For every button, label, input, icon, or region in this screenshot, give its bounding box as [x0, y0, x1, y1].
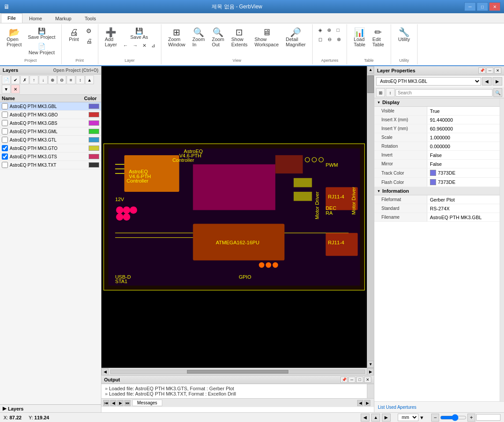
output-scroll-left[interactable]: ◀: [357, 400, 363, 406]
load-table-button[interactable]: 📊 LoadTable: [351, 26, 368, 49]
output-next-button[interactable]: ▶: [117, 400, 123, 406]
layer-tool-7[interactable]: ⊖: [57, 75, 66, 84]
tab-home[interactable]: Home: [22, 14, 49, 23]
layer-checkbox[interactable]: [2, 153, 8, 160]
zoom-slider[interactable]: [440, 414, 467, 421]
right-close-button[interactable]: ✕: [494, 67, 501, 74]
props-tool-sort[interactable]: ⊞: [376, 88, 385, 97]
layer-tool-8[interactable]: ≡: [67, 75, 75, 84]
close-button[interactable]: ✕: [489, 2, 500, 11]
nav-left-button[interactable]: ◀: [361, 414, 370, 422]
layer-tool-11[interactable]: ▼: [2, 85, 11, 93]
expand-button[interactable]: ⊿: [149, 41, 157, 50]
output-pin-button[interactable]: 📌: [340, 377, 347, 383]
layer-tool-4[interactable]: ↑: [30, 75, 38, 84]
scroll-up-button[interactable]: ▲: [367, 66, 374, 73]
scroll-left-button[interactable]: ◀: [101, 368, 108, 375]
edit-table-button[interactable]: ✏ EditTable: [370, 26, 387, 49]
delete-layer-button[interactable]: ✕: [140, 41, 149, 50]
scroll-right-button[interactable]: ▶: [367, 368, 374, 375]
right-pin-button[interactable]: 📌: [478, 67, 485, 74]
print-button[interactable]: 🖨 Print: [65, 26, 83, 46]
layer-row[interactable]: AstroEQ PTH MK3.GML: [0, 127, 101, 136]
canvas-horizontal-scrollbar[interactable]: ◀ ▶: [101, 368, 374, 375]
display-section-header[interactable]: ▼Display: [374, 98, 500, 107]
restore-button[interactable]: □: [477, 2, 488, 11]
right-minimize-button[interactable]: ─: [486, 67, 493, 74]
layer-row[interactable]: AstroEQ PTH MK3.GBO: [0, 111, 101, 119]
layer-checkbox[interactable]: [2, 162, 8, 168]
layer-row[interactable]: AstroEQ PTH MK3.GTO: [0, 144, 101, 153]
layer-tool-10[interactable]: ▲: [85, 75, 94, 84]
output-close-button[interactable]: ✕: [364, 377, 371, 383]
layer-tool-6[interactable]: ⊕: [48, 75, 57, 84]
tab-file[interactable]: File: [1, 13, 22, 23]
aperture-btn-5[interactable]: ⊖: [325, 35, 334, 44]
zoom-out-small-button[interactable]: −: [431, 414, 439, 422]
messages-tab[interactable]: Messages: [132, 400, 162, 406]
new-project-button[interactable]: 📄 New Project: [26, 41, 57, 56]
open-project-button[interactable]: 📂 OpenProject: [4, 26, 25, 56]
save-project-button[interactable]: 💾 Save Project: [26, 26, 57, 41]
utility-button[interactable]: 🔧 Utility: [395, 26, 413, 44]
search-input[interactable]: [396, 89, 493, 97]
layer-row[interactable]: AstroEQ PTH MK3.TXT: [0, 161, 101, 169]
zoom-in-small-button[interactable]: +: [467, 414, 475, 422]
v-scroll-track[interactable]: [367, 73, 374, 361]
layer-tool-9[interactable]: ↕: [76, 75, 85, 84]
tab-tools[interactable]: Tools: [78, 14, 103, 23]
layer-checkbox[interactable]: [2, 120, 8, 126]
zoom-out-button[interactable]: 🔍 ZoomOut: [209, 26, 227, 49]
layer-tool-3[interactable]: ✗: [20, 75, 29, 84]
props-tool-az[interactable]: ↕: [386, 88, 395, 97]
settings-button[interactable]: ⚙: [84, 26, 94, 36]
zoom-window-button[interactable]: ⊞ ZoomWindow: [165, 26, 188, 49]
layer-checkbox[interactable]: [2, 112, 8, 118]
arrow-left-button[interactable]: ←: [121, 41, 130, 50]
layer-checkbox[interactable]: [2, 103, 8, 109]
layer-checkbox[interactable]: [2, 145, 8, 151]
props-scrollbar[interactable]: [500, 98, 504, 401]
show-workspace-button[interactable]: 🖥 ShowWorkspace: [251, 26, 282, 49]
show-extents-button[interactable]: ⊡ ShowExtents: [228, 26, 251, 49]
aperture-btn-1[interactable]: ◈: [316, 26, 324, 34]
layer-prev-button[interactable]: ◀: [482, 77, 492, 86]
layer-row[interactable]: AstroEQ PTH MK3.GBS: [0, 119, 101, 127]
output-vertical-scrollbar[interactable]: [367, 384, 374, 398]
v-scroll-thumb[interactable]: [367, 75, 374, 93]
list-apertures-link[interactable]: List Used Apertures: [378, 405, 416, 410]
information-section-header[interactable]: ▼Information: [374, 187, 500, 195]
detail-magnifier-button[interactable]: 🔎 DetailMagnifier: [283, 26, 309, 49]
output-maximize-button[interactable]: □: [356, 377, 363, 383]
layer-tool-1[interactable]: 📄: [2, 75, 11, 84]
h-scroll-thumb[interactable]: [187, 370, 288, 373]
layer-row[interactable]: AstroEQ PTH MK3.GTS: [0, 153, 101, 161]
aperture-btn-3[interactable]: □: [334, 26, 342, 34]
zoom-value-input[interactable]: 125.59%: [476, 414, 500, 421]
layer-tool-delete[interactable]: ✕: [11, 85, 20, 93]
units-dropdown[interactable]: mm: [398, 414, 418, 421]
output-last-button[interactable]: ⏭: [124, 400, 131, 406]
add-layer-button[interactable]: ➕ AddLayer: [102, 26, 120, 50]
nav-right-button[interactable]: ▶: [382, 414, 391, 422]
layer-tool-5[interactable]: ↓: [39, 75, 48, 84]
print-small-button[interactable]: 🖨: [84, 36, 94, 46]
output-prev-button[interactable]: ◀: [110, 400, 116, 406]
output-minimize-button[interactable]: ─: [348, 377, 355, 383]
layer-next-button[interactable]: ▶: [493, 77, 502, 86]
pcb-canvas-view[interactable]: AstroEQ V4.6-PTH Controller: [101, 66, 367, 368]
layers-bottom-panel[interactable]: ▶ Layers: [0, 404, 101, 412]
aperture-btn-4[interactable]: ◻: [316, 35, 325, 44]
output-scroll-right[interactable]: ▶: [364, 400, 370, 406]
save-as-button[interactable]: 💾 Save As: [121, 26, 157, 41]
layer-checkbox[interactable]: [2, 128, 8, 134]
layer-tool-2[interactable]: ✔: [11, 75, 20, 84]
aperture-btn-2[interactable]: ⊕: [325, 26, 333, 34]
tab-markup[interactable]: Markup: [49, 14, 78, 23]
layer-checkbox[interactable]: [2, 137, 8, 143]
aperture-btn-6[interactable]: ⊗: [335, 35, 343, 44]
canvas-vertical-scrollbar[interactable]: ▲ ▼: [367, 66, 374, 368]
minimize-button[interactable]: ─: [464, 2, 476, 11]
layer-row[interactable]: AstroEQ PTH MK3.GBL: [0, 102, 101, 111]
scroll-down-button[interactable]: ▼: [367, 361, 374, 368]
